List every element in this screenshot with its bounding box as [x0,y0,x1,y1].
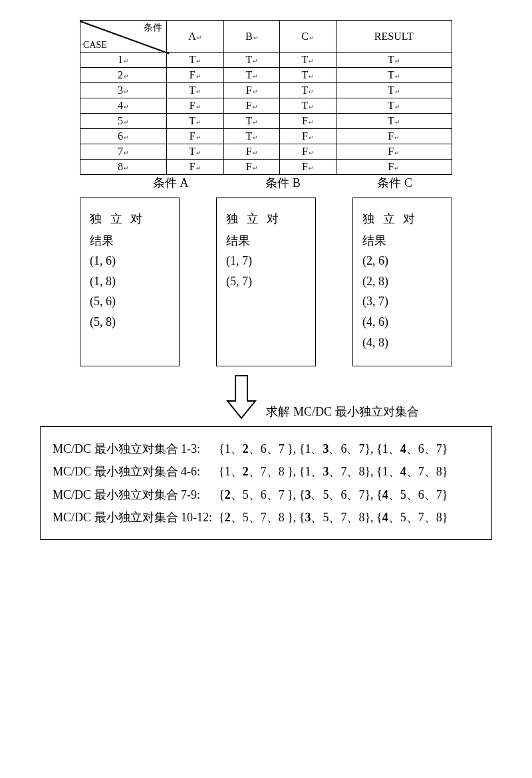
pair-item: (1, 7) [226,251,306,271]
pair-item: (2, 8) [362,271,442,292]
pair-item: (5, 8) [90,312,170,332]
result-label-4: MC/DC 最小独立对集合 10-12: [53,506,219,529]
cond-B: 条件 B [265,175,301,191]
table-row: 6↵F↵T↵F↵F↵ [80,129,452,144]
col-result: RESULT [336,21,452,53]
table-row: 7↵T↵F↵F↵F↵ [80,144,452,160]
pair-box-B: 独 立 对 结果 (1, 7)(5, 7) [216,197,316,366]
table-row: 5↵T↵T↵F↵T↵ [80,114,452,129]
pair-box-A: 独 立 对 结果 (1, 6)(1, 8)(5, 6)(5, 8) [80,197,180,366]
corner-header: 条件 CASE [80,21,167,53]
result-label-2: MC/DC 最小独立对集合 4-6: [53,460,219,483]
pair-item: (2, 6) [362,251,442,271]
table-row: 1↵T↵T↵T↵T↵ [80,53,452,68]
table-row: 3↵T↵F↵T↵T↵ [80,83,452,98]
table-row: 8↵F↵F↵F↵F↵ [80,160,452,175]
condition-labels: 条件 A 条件 B 条件 C [80,175,452,191]
col-B: B↵ [224,21,280,53]
corner-top: 条件 [144,22,162,34]
down-arrow-icon [226,374,257,421]
pair-item: (4, 8) [362,332,442,353]
pair-item: (1, 6) [90,251,170,271]
arrow-label: 求解 MC/DC 最小独立对集合 [266,374,418,420]
pair-item: (1, 8) [90,271,170,292]
table-row: 2↵F↵T↵T↵T↵ [80,68,452,83]
col-A: A↵ [167,21,224,53]
pair-box-C: 独 立 对 结果 (2, 6)(2, 8)(3, 7)(4, 6)(4, 8) [352,197,452,366]
truth-table: 条件 CASE A↵ B↵ C↵ RESULT 1↵T↵T↵T↵T↵2↵F↵T↵… [80,20,452,175]
result-label-3: MC/DC 最小独立对集合 7-9: [53,483,219,506]
corner-bottom: CASE [83,40,107,51]
cond-A: 条件 A [153,175,189,191]
cond-C: 条件 C [377,175,412,191]
pair-item: (5, 6) [90,291,170,312]
table-row: 4↵F↵F↵T↵T↵ [80,98,452,114]
pair-item: (5, 7) [226,271,306,292]
pair-item: (3, 7) [362,291,442,312]
pair-boxes: 独 立 对 结果 (1, 6)(1, 8)(5, 6)(5, 8) 独 立 对 … [80,197,452,366]
pair-item: (4, 6) [362,312,442,332]
col-C: C↵ [280,21,336,53]
results-box: MC/DC 最小独立对集合 1-3: {1、2、6、7 }, {1、3、6、7}… [40,426,492,540]
result-label-1: MC/DC 最小独立对集合 1-3: [53,438,219,460]
arrow-zone: 求解 MC/DC 最小独立对集合 [40,374,492,421]
